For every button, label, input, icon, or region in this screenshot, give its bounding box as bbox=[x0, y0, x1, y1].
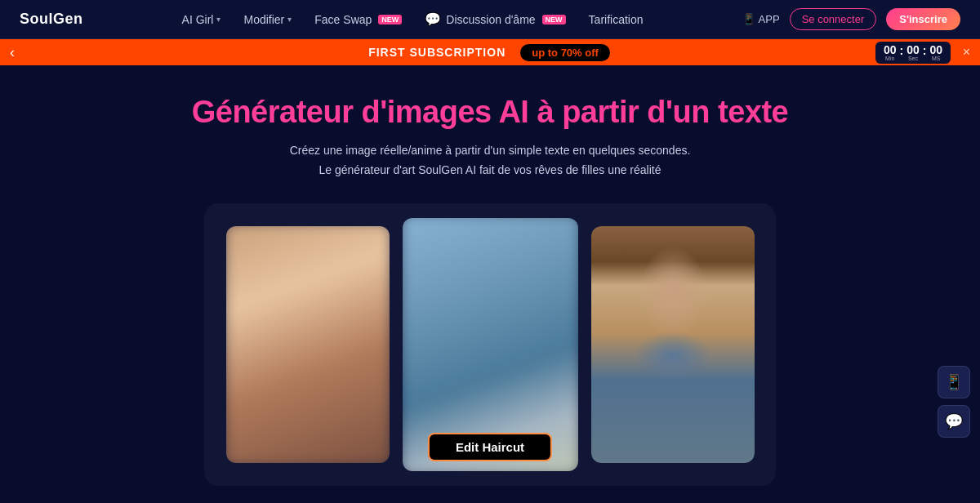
image-left bbox=[226, 226, 390, 463]
image-right bbox=[591, 226, 755, 463]
signup-button[interactable]: S'inscrire bbox=[886, 8, 960, 30]
promo-left-arrow[interactable]: ‹ bbox=[10, 44, 15, 61]
timer-hours: 00 Min bbox=[884, 44, 897, 61]
timer-sep-2: : bbox=[923, 44, 927, 57]
promo-discount-badge: up to 70% off bbox=[519, 42, 612, 63]
nav-item-modifier[interactable]: Modifier ▾ bbox=[243, 13, 292, 26]
card-center-label[interactable]: Edit Haircut bbox=[428, 433, 552, 461]
timer-seconds: 00 MS bbox=[929, 44, 942, 61]
login-button[interactable]: Se connecter bbox=[790, 8, 877, 30]
side-buttons: 📱 💬 bbox=[938, 366, 970, 438]
page-title: Générateur d'images AI à partir d'un tex… bbox=[192, 95, 789, 130]
chevron-down-icon: ▾ bbox=[216, 15, 220, 24]
nav-links: AI Girl ▾ Modifier ▾ Face Swap NEW 💬 Dis… bbox=[182, 11, 644, 27]
card-left bbox=[226, 226, 390, 463]
chat-icon: 💬 bbox=[945, 412, 963, 430]
promo-timer: 00 Min : 00 Sec : 00 MS bbox=[875, 42, 951, 64]
nav-item-tarification[interactable]: Tarification bbox=[589, 13, 644, 26]
phone-icon: 📱 bbox=[742, 13, 755, 25]
side-app-button[interactable]: 📱 bbox=[938, 366, 970, 398]
app-link[interactable]: 📱 APP bbox=[742, 13, 780, 25]
logo[interactable]: SoulGen bbox=[20, 11, 83, 28]
card-center: Edit Haircut bbox=[403, 218, 578, 471]
promo-first-sub: FIRST SUBSCRIPTION bbox=[368, 46, 506, 59]
nav-item-discussion[interactable]: 💬 Discussion d'âme NEW bbox=[425, 11, 565, 27]
nav-right: 📱 APP Se connecter S'inscrire bbox=[742, 8, 960, 30]
chat-icon: 💬 bbox=[425, 11, 441, 27]
timer-minutes: 00 Sec bbox=[906, 44, 920, 61]
timer-sep-1: : bbox=[900, 44, 904, 57]
new-badge: NEW bbox=[542, 15, 566, 24]
promo-banner: ‹ FIRST SUBSCRIPTION up to 70% off 00 Mi… bbox=[0, 39, 980, 65]
subheadline: Créez une image réelle/anime à partir d'… bbox=[290, 141, 691, 180]
nav-item-ai-girl[interactable]: AI Girl ▾ bbox=[182, 13, 221, 26]
navbar: SoulGen AI Girl ▾ Modifier ▾ Face Swap N… bbox=[0, 0, 980, 39]
nav-item-face-swap[interactable]: Face Swap NEW bbox=[314, 13, 402, 26]
chevron-down-icon: ▾ bbox=[287, 15, 292, 24]
main-content: Générateur d'images AI à partir d'un tex… bbox=[0, 65, 980, 503]
phone-icon: 📱 bbox=[945, 373, 963, 391]
card-right bbox=[591, 226, 755, 463]
side-chat-button[interactable]: 💬 bbox=[938, 405, 970, 438]
new-badge: NEW bbox=[378, 15, 402, 24]
close-icon[interactable]: × bbox=[963, 45, 970, 60]
cards-container: Edit Haircut bbox=[204, 203, 776, 486]
